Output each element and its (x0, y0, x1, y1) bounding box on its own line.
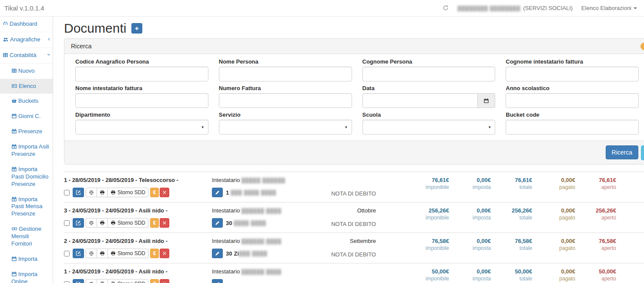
app-brand: Tikal v.1.0.1.4 (4, 4, 44, 12)
field-label: Servizio (219, 111, 352, 118)
scuola-select[interactable] (362, 120, 496, 135)
printer-icon (100, 190, 105, 195)
sidebar-item-importa-pasti-mensa[interactable]: Importa Pasti Mensa Presenze (0, 192, 53, 222)
sidebar-item-dashboard[interactable]: Dashboard (0, 17, 53, 32)
intestatario-name-redacted: ██████ ████ (242, 269, 282, 274)
row-sub-line (212, 279, 308, 283)
sidebar-item-importa[interactable]: Importa (0, 252, 53, 267)
month-label: Settembre (308, 236, 376, 244)
edit-document-button[interactable] (73, 188, 84, 197)
row-actions: Storno SDD € (64, 188, 212, 197)
document-note: NOTA DI DEBITO (308, 214, 376, 228)
amount-aperto: 50,00€aperto (575, 267, 616, 283)
field-label: Anno scolastico (506, 85, 639, 91)
edit-document-button[interactable] (73, 249, 84, 258)
field-label: Nome Persona (219, 58, 352, 65)
anno-scolastico-input[interactable] (506, 93, 639, 108)
euro-button[interactable]: € (150, 188, 159, 197)
sidebar-item-giorni-c[interactable]: Giorni C. (0, 109, 53, 124)
amount-totale: 256,26€totale (491, 206, 532, 228)
sidebar-item-importa-online[interactable]: Importa Online (0, 267, 53, 283)
sidebar-item-nuovo[interactable]: Nuovo (0, 64, 53, 79)
edit-line-button[interactable] (212, 188, 223, 197)
euro-button[interactable]: € (150, 249, 159, 258)
chevron-left-icon (47, 37, 51, 41)
sidebar-item-contabilita[interactable]: Contabilità (0, 48, 53, 64)
dipartimento-select[interactable] (75, 120, 208, 135)
secondary-action-button[interactable] (641, 145, 644, 160)
edit-line-button[interactable] (212, 218, 223, 228)
row-checkbox[interactable] (64, 281, 70, 283)
sidebar-item-presenze[interactable]: Presenze (0, 124, 53, 139)
euro-button[interactable]: € (150, 279, 159, 283)
sub-line-number: 1 (226, 189, 229, 196)
edit-line-button[interactable] (212, 249, 223, 258)
printer-icon (111, 281, 116, 283)
servizio-select[interactable] (219, 120, 352, 135)
storno-sdd-button[interactable]: Storno SDD (107, 188, 148, 197)
sidebar-item-label: Nuovo (18, 67, 35, 74)
cognome-persona-input[interactable] (362, 67, 496, 81)
datepicker-button[interactable] (478, 93, 495, 108)
navbar-right: ████████ ████████ (SERVIZI SOCIALI) Elen… (443, 5, 637, 11)
amount-imponibile: 256,26€imponibile (376, 206, 449, 228)
delete-button[interactable] (160, 249, 169, 258)
edit-document-button[interactable] (73, 279, 84, 283)
bucket-code-input[interactable] (506, 120, 639, 135)
search-panel-header[interactable]: Ricerca (64, 39, 644, 54)
sidebar-item-elenco[interactable]: Elenco (0, 79, 53, 94)
print-button[interactable] (97, 218, 108, 228)
row-checkbox[interactable] (64, 190, 70, 195)
edit-document-button[interactable] (73, 218, 84, 228)
edit-line-button[interactable] (212, 279, 223, 283)
storno-sdd-button[interactable]: Storno SDD (107, 279, 148, 283)
amount-pagato: 0,00€pagato (532, 175, 575, 197)
search-button[interactable]: Ricerca (606, 145, 638, 159)
elaborazioni-dropdown[interactable]: Elenco Elaborazioni (581, 5, 637, 11)
delete-button[interactable] (160, 188, 169, 197)
sidebar-item-gestione-mensili-fornitori[interactable]: Gestione Mensili Fornitori (0, 222, 53, 252)
document-row: 1 - 28/05/2019 - 28/05/2019 - Telesoccor… (64, 172, 644, 202)
print-button[interactable] (97, 249, 108, 258)
data-input[interactable] (362, 93, 478, 108)
delete-button[interactable] (160, 218, 169, 228)
field-label: Bucket code (506, 111, 639, 118)
balance-button[interactable] (86, 249, 97, 258)
add-document-button[interactable] (131, 23, 142, 34)
field-bucket-code: Bucket code (506, 111, 639, 135)
delete-button[interactable] (160, 279, 169, 283)
sidebar-item-importa-pasti-domicilio[interactable]: Importa Pasti Domicilio Presenze (0, 162, 53, 192)
euro-button[interactable]: € (150, 218, 159, 228)
balance-button[interactable] (86, 218, 97, 228)
field-anno-scolastico: Anno scolastico (506, 85, 639, 108)
row-checkbox[interactable] (64, 251, 70, 256)
row-checkbox[interactable] (64, 220, 70, 226)
nome-intestatario-input[interactable] (75, 93, 208, 108)
intestatario-cell: Intestatario ██████ ████ (212, 267, 308, 275)
sidebar-item-anagrafiche[interactable]: Anagrafiche (0, 32, 53, 48)
pencil-square-icon (76, 190, 81, 195)
field-label: Codice Anagrafico Persona (75, 58, 208, 65)
codice-anagrafico-input[interactable] (75, 67, 208, 81)
numero-fattura-input[interactable] (219, 93, 352, 108)
collapse-toggle-button[interactable] (641, 43, 644, 50)
amount-pagato: 0,00€pagato (532, 236, 575, 258)
nome-persona-input[interactable] (219, 67, 352, 81)
storno-sdd-label: Storno SDD (117, 220, 145, 226)
print-button[interactable] (97, 279, 108, 283)
balance-button[interactable] (86, 279, 97, 283)
intestatario-cell: Intestatario █████ ██████ (212, 175, 308, 183)
balance-button[interactable] (86, 188, 97, 197)
print-button[interactable] (97, 188, 108, 197)
pencil-square-icon (76, 251, 81, 256)
scale-icon (89, 220, 94, 226)
user-menu[interactable]: ████████ ████████ (SERVIZI SOCIALI) (457, 5, 573, 11)
storno-sdd-button[interactable]: Storno SDD (107, 218, 148, 228)
sidebar-item-importa-asili-presenze[interactable]: Importa Asili Presenze (0, 139, 53, 162)
refresh-icon[interactable] (443, 5, 449, 11)
pencil-square-icon (76, 281, 81, 283)
cognome-intestatario-input[interactable] (506, 67, 639, 81)
sidebar-item-buckets[interactable]: Buckets (0, 94, 53, 109)
storno-sdd-button[interactable]: Storno SDD (107, 249, 148, 258)
top-navbar: Tikal v.1.0.1.4 ████████ ████████ (SERVI… (0, 0, 644, 17)
